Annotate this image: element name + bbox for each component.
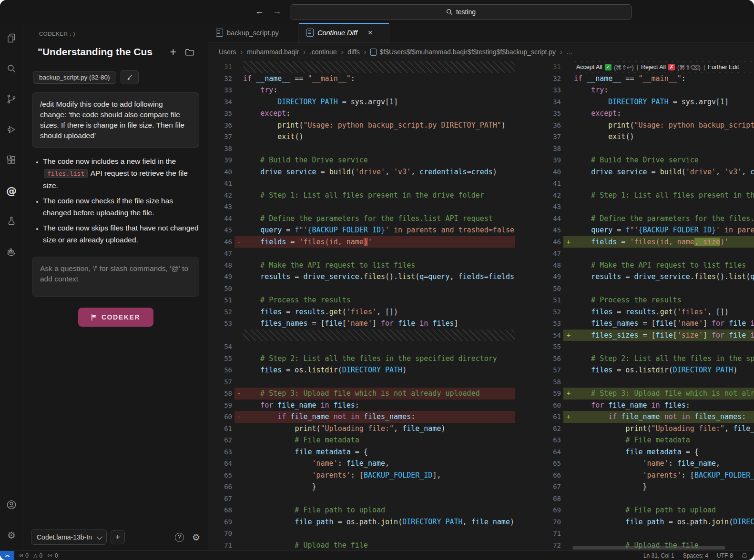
code-line[interactable]: 48 # Make the API request to list files <box>515 260 754 271</box>
code-line[interactable]: 67 <box>208 493 515 505</box>
code-line[interactable] <box>208 330 515 341</box>
code-line[interactable]: 40 drive_service = build('drive', 'v3', … <box>208 166 515 178</box>
code-line[interactable]: 35 except: <box>208 108 515 120</box>
line-number[interactable]: 48 <box>515 260 563 271</box>
search-input[interactable]: testing <box>290 4 632 20</box>
line-number[interactable]: 64 <box>208 458 234 470</box>
line-number[interactable]: 31 <box>515 61 563 73</box>
code-line[interactable]: 50 <box>208 283 515 295</box>
code-line[interactable]: 34 DIRECTORY_PATH = sys.argv[1] <box>515 96 754 108</box>
line-number[interactable]: 61 <box>515 411 563 423</box>
code-line[interactable]: 62 # File metadata <box>208 434 515 446</box>
code-line[interactable]: 40 drive_service = build('drive', 'v3', … <box>515 166 754 178</box>
code-line[interactable]: 56 files = os.listdir(DIRECTORY_PATH) <box>208 364 515 376</box>
code-line[interactable]: 43 <box>208 201 515 213</box>
code-line[interactable]: 70 <box>208 528 515 540</box>
code-line[interactable]: 61+ if file_name not in files_names: <box>515 411 754 423</box>
code-line[interactable]: 63 file_metadata = { <box>208 446 515 458</box>
line-number[interactable]: 44 <box>515 213 563 225</box>
code-line[interactable]: 45 query = f"'{BACKUP_FOLDER_ID}' in par… <box>208 224 515 236</box>
code-line[interactable]: 35 except: <box>515 108 754 120</box>
code-line[interactable]: 71 <box>515 528 754 540</box>
line-number[interactable]: 33 <box>515 84 563 96</box>
code-line[interactable]: 59+ # Step 3: Upload file which is not a… <box>515 388 754 400</box>
errors-warnings[interactable]: ⊘ 0 △ 0 <box>19 552 42 559</box>
code-line[interactable]: 54+ files_sizes = [file['size'] for file… <box>515 330 754 341</box>
line-number[interactable]: 57 <box>208 376 234 388</box>
line-number[interactable]: 52 <box>515 306 563 318</box>
line-number[interactable]: 63 <box>515 434 563 446</box>
encoding[interactable]: UTF-8 <box>717 552 733 559</box>
code-line[interactable]: 70 file_path = os.path.join(DIRECTORY_PA… <box>515 516 754 528</box>
activity-search-button[interactable] <box>0 53 23 84</box>
cursor-position[interactable]: Ln 31, Col 1 <box>643 552 674 559</box>
code-line[interactable]: 64 file_metadata = { <box>515 446 754 458</box>
line-number[interactable]: 43 <box>208 201 234 213</box>
line-number[interactable]: 49 <box>208 271 234 283</box>
line-number[interactable]: 42 <box>515 190 563 201</box>
settings-button[interactable]: ⚙ <box>192 532 200 542</box>
code-line[interactable]: 49 results = drive_service.files().list(… <box>208 271 515 283</box>
code-line[interactable]: 69 file_path = os.path.join(DIRECTORY_PA… <box>208 516 515 528</box>
line-number[interactable]: 62 <box>515 423 563 435</box>
code-line[interactable]: 65 'parents': [BACKUP_FOLDER_ID], <box>208 470 515 481</box>
line-number[interactable]: 60 <box>515 400 563 411</box>
reject-all-button[interactable]: Reject All ✗ (⌘⇧⌫) <box>641 64 701 71</box>
code-line[interactable]: 33 try: <box>515 84 754 96</box>
breadcrumb-item[interactable]: muhammad.baqir <box>247 48 299 56</box>
line-number[interactable]: 41 <box>208 178 234 190</box>
code-line[interactable]: 62 print("Uploading file:", file_name) <box>515 423 754 435</box>
activity-explorer-button[interactable] <box>0 23 23 53</box>
code-line[interactable]: 42 # Step 1: List all files present in t… <box>515 190 754 201</box>
line-number[interactable]: 64 <box>515 446 563 458</box>
code-line[interactable]: 56 # Step 2: List all the files in the s… <box>515 353 754 365</box>
breadcrumb-item[interactable]: Users <box>219 48 236 56</box>
indentation[interactable]: Spaces: 4 <box>683 552 708 559</box>
code-line[interactable]: 39 # Build the Drive service <box>515 154 754 166</box>
code-line[interactable]: 51 # Process the results <box>208 294 515 306</box>
code-line[interactable]: 60 for file_name in files: <box>515 400 754 411</box>
line-number[interactable]: 59 <box>208 400 234 411</box>
codeker-submit-button[interactable]: CODEKER <box>78 308 153 327</box>
line-number[interactable]: 50 <box>208 283 234 295</box>
line-number[interactable]: 54 <box>208 341 234 353</box>
line-number[interactable]: 50 <box>515 283 563 295</box>
line-number[interactable]: 40 <box>208 166 234 178</box>
code-line[interactable]: 41 <box>208 178 515 190</box>
code-line[interactable]: 32if __name__ == "__main__": <box>515 73 754 85</box>
code-line[interactable]: 44 # Define the parameters for the files… <box>515 213 754 225</box>
line-number[interactable]: 34 <box>208 96 234 108</box>
code-line[interactable]: 51 # Process the results <box>515 294 754 306</box>
code-line[interactable]: 64 'name': file_name, <box>208 458 515 470</box>
line-number[interactable]: 55 <box>208 353 234 365</box>
line-number[interactable]: 72 <box>515 540 563 551</box>
context-range-chip[interactable]: backup_script.py (32-80) <box>33 71 116 84</box>
bell-icon[interactable] <box>742 552 747 559</box>
line-number[interactable]: 46 <box>208 236 234 248</box>
code-line[interactable]: 31 <box>208 61 515 73</box>
line-number[interactable]: 42 <box>208 190 234 201</box>
further-edit-button[interactable]: Further Edit <box>708 64 739 70</box>
line-number[interactable]: 62 <box>208 434 234 446</box>
breadcrumb-item[interactable]: .continue <box>310 48 337 56</box>
code-pane-original[interactable]: 3132if __name__ == "__main__":33 try:34 … <box>208 61 515 550</box>
code-line[interactable]: 45 query = f"'{BACKUP_FOLDER_ID}' in par… <box>515 224 754 236</box>
code-line[interactable]: 52 files = results.get('files', []) <box>515 306 754 318</box>
line-number[interactable]: 39 <box>515 154 563 166</box>
line-number[interactable]: 69 <box>208 516 234 528</box>
code-line[interactable]: 46+ fields = 'files(id, name, size)' <box>515 236 754 248</box>
line-number[interactable]: 37 <box>515 131 563 143</box>
code-line[interactable]: 47 <box>515 248 754 260</box>
code-line[interactable]: 48 # Make the API request to list files <box>208 260 515 271</box>
code-line[interactable]: 58 <box>515 376 754 388</box>
line-number[interactable]: 66 <box>208 481 234 493</box>
line-number[interactable]: 65 <box>515 458 563 470</box>
code-line[interactable]: 43 <box>515 201 754 213</box>
line-number[interactable]: 69 <box>515 504 563 516</box>
activity-testing-button[interactable] <box>0 206 23 236</box>
line-number[interactable]: 70 <box>208 528 234 540</box>
code-line[interactable]: 60- if file_name not in files_names: <box>208 411 515 423</box>
activity-run-debug-button[interactable] <box>0 114 23 145</box>
code-line[interactable]: 66 'parents': [BACKUP_FOLDER_ID], <box>515 470 754 481</box>
chat-input[interactable]: Ask a question, '/' for slash commands, … <box>32 257 199 297</box>
